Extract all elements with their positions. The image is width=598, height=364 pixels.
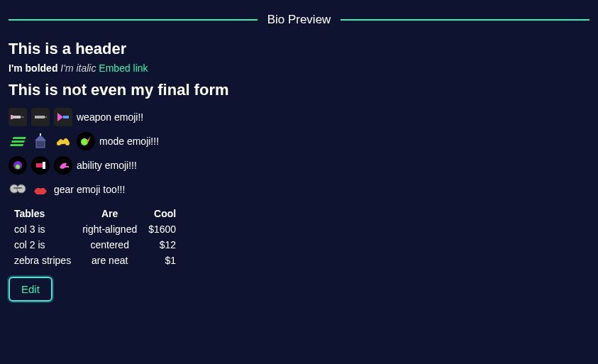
table-header-row: Tables Are Cool (9, 206, 182, 221)
bio-header-2: This is not even my final form (9, 81, 589, 99)
table-cell: right-aligned (77, 221, 143, 237)
ability-emoji-label: ability emoji!!! (77, 160, 137, 171)
svg-marker-11 (35, 135, 46, 140)
svg-point-18 (16, 165, 20, 169)
bold-sample: I'm bolded (9, 62, 57, 74)
gear-emoji-label: gear emoji too!!! (54, 184, 125, 195)
gear-emoji-1-icon (9, 180, 27, 199)
divider-left (9, 19, 258, 21)
mode-emoji-label: mode emoji!!! (99, 136, 159, 147)
gear-emoji-2-icon (31, 180, 50, 199)
panel-title: Bio Preview (267, 13, 331, 27)
table-cell: zebra stripes (9, 253, 77, 268)
table-cell: col 3 is (9, 221, 77, 237)
svg-rect-1 (11, 115, 13, 119)
table-header-cell: Cool (143, 206, 182, 221)
svg-point-14 (65, 141, 70, 145)
svg-rect-19 (43, 162, 45, 169)
bio-table: Tables Are Cool col 3 is right-aligned $… (9, 206, 182, 268)
table-cell: $1600 (143, 221, 182, 237)
gear-emoji-line: gear emoji too!!! (9, 180, 589, 199)
table-cell: are neat (77, 253, 143, 268)
svg-rect-12 (40, 133, 41, 136)
inline-formatting-row: I'm bolded I'm italic Embed link (9, 62, 589, 74)
ability-emoji-3-icon (54, 156, 72, 175)
edit-button[interactable]: Edit (9, 277, 52, 302)
bio-preview-panel: Bio Preview This is a header I'm bolded … (0, 0, 598, 310)
italic-sample: I'm italic (60, 62, 96, 74)
table-header-cell: Are (77, 206, 143, 221)
weapon-emoji-2-icon (31, 108, 50, 126)
ability-emoji-2-icon (31, 156, 50, 175)
mode-emoji-1-icon (9, 132, 27, 150)
svg-marker-5 (57, 113, 63, 121)
mode-emoji-2-icon (31, 132, 50, 150)
embed-link[interactable]: Embed link (99, 62, 148, 74)
ability-emoji-line: ability emoji!!! (9, 156, 589, 175)
table-row: col 2 is centered $12 (9, 237, 182, 253)
svg-rect-6 (63, 116, 69, 118)
mode-emoji-4-icon (77, 132, 95, 150)
svg-rect-2 (21, 116, 24, 118)
mode-emoji-3-icon (54, 132, 72, 150)
svg-point-13 (57, 141, 61, 145)
table-cell: $12 (143, 237, 182, 253)
table-row: zebra stripes are neat $1 (9, 253, 182, 268)
bio-header-1: This is a header (9, 40, 589, 58)
svg-rect-10 (36, 140, 45, 148)
weapon-emoji-3-icon (54, 108, 72, 126)
weapon-emoji-label: weapon emoji!! (77, 111, 143, 123)
mode-emoji-line: mode emoji!!! (9, 132, 589, 150)
table-cell: centered (77, 237, 143, 253)
svg-rect-8 (11, 140, 25, 143)
table-header-cell: Tables (9, 206, 77, 221)
table-row: col 3 is right-aligned $1600 (9, 221, 182, 237)
panel-title-row: Bio Preview (9, 0, 589, 33)
table-cell: col 2 is (9, 237, 77, 253)
table-cell: $1 (143, 253, 182, 268)
svg-rect-20 (65, 166, 69, 167)
weapon-emoji-1-icon (9, 108, 27, 126)
svg-marker-16 (87, 136, 90, 142)
svg-rect-4 (45, 116, 47, 118)
svg-rect-0 (12, 116, 21, 118)
svg-rect-23 (13, 187, 22, 189)
weapon-emoji-line: weapon emoji!! (9, 108, 589, 126)
svg-rect-3 (35, 116, 45, 118)
divider-right (340, 19, 589, 21)
svg-rect-9 (10, 144, 23, 146)
svg-rect-7 (13, 137, 26, 139)
ability-emoji-1-icon (9, 156, 27, 175)
